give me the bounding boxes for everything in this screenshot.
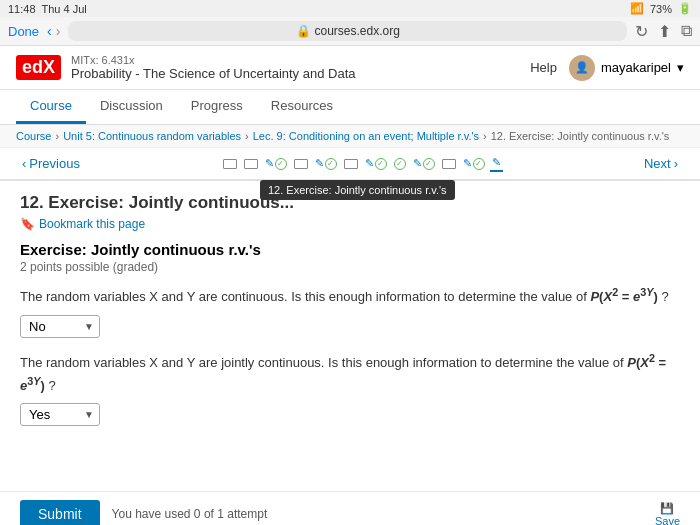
grid-icon-5: [442, 159, 456, 169]
help-link[interactable]: Help: [530, 60, 557, 75]
math-formula-1: P(X2 = e3Y): [590, 289, 661, 304]
answer-2-select[interactable]: Yes No: [20, 403, 100, 426]
check-icon: ✓: [275, 158, 287, 170]
nav-item-8[interactable]: ✓: [392, 157, 408, 171]
course-info: MITx: 6.431x Probability - The Science o…: [71, 54, 355, 81]
nav-item-7[interactable]: ✎ ✓: [363, 156, 389, 171]
tabs-icon[interactable]: ⧉: [681, 22, 692, 41]
sep3: ›: [483, 130, 487, 142]
next-arrow: ›: [674, 156, 678, 171]
pencil-icon: ✎: [265, 157, 274, 170]
edx-header: edX MITx: 6.431x Probability - The Scien…: [0, 46, 700, 90]
prev-arrow: ‹: [22, 156, 26, 171]
done-button[interactable]: Done: [8, 24, 39, 39]
grid-icon: [223, 159, 237, 169]
status-bar: 11:48 Thu 4 Jul 📶 73% 🔋: [0, 0, 700, 17]
nav-item-5[interactable]: ✎ ✓: [313, 156, 339, 171]
nav-item-11[interactable]: ✎ ✓: [461, 156, 487, 171]
nav-item-3[interactable]: ✎ ✓: [263, 156, 289, 171]
content-nav: ‹ Previous ✎ ✓ ✎ ✓ ✎ ✓ ✓: [0, 148, 700, 181]
nav-icons: ✎ ✓ ✎ ✓ ✎ ✓ ✓ ✎ ✓ ✎ ✓ ✎: [90, 155, 634, 172]
course-nav: Course Discussion Progress Resources: [0, 90, 700, 125]
time: 11:48: [8, 3, 36, 15]
nav-item-2[interactable]: [242, 158, 260, 170]
breadcrumb-course[interactable]: Course: [16, 130, 51, 142]
question-1: The random variables X and Y are continu…: [20, 284, 680, 307]
bookmark-link[interactable]: 🔖 Bookmark this page: [20, 217, 680, 231]
pencil-icon-active: ✎: [492, 156, 501, 169]
submit-area: Submit You have used 0 of 1 attempt 💾 Sa…: [0, 491, 700, 525]
answer-2-wrapper: Yes No ▼: [20, 403, 680, 426]
save-button[interactable]: 💾 Save: [655, 502, 680, 526]
tab-progress[interactable]: Progress: [177, 90, 257, 124]
answer-1-select[interactable]: No Yes: [20, 315, 100, 338]
nav-item-9[interactable]: ✎ ✓: [411, 156, 437, 171]
course-code: MITx: 6.431x: [71, 54, 355, 66]
grid-icon-3: [294, 159, 308, 169]
pencil-icon-4: ✎: [413, 157, 422, 170]
tab-discussion[interactable]: Discussion: [86, 90, 177, 124]
tab-course[interactable]: Course: [16, 90, 86, 124]
nav-item-12-active[interactable]: ✎: [490, 155, 503, 172]
lock-icon: 🔒: [296, 24, 311, 38]
dropdown-arrow: ▾: [677, 60, 684, 75]
pencil-icon-2: ✎: [315, 157, 324, 170]
check-icon-3: ✓: [375, 158, 387, 170]
breadcrumb: Course › Unit 5: Continuous random varia…: [0, 125, 700, 148]
breadcrumb-current: 12. Exercise: Jointly continuous r.v.'s: [491, 130, 670, 142]
grid-icon-4: [344, 159, 358, 169]
share-icon[interactable]: ⬆: [658, 22, 671, 41]
signal-icon: 📶: [630, 2, 644, 15]
tab-resources[interactable]: Resources: [257, 90, 347, 124]
nav-item-4[interactable]: [292, 158, 310, 170]
check-icon-5: ✓: [473, 158, 485, 170]
question-2: The random variables X and Y are jointly…: [20, 350, 680, 396]
nav-item-6[interactable]: [342, 158, 360, 170]
check-icon-4: ✓: [423, 158, 435, 170]
main-content: 12. Exercise: Jointly continuous... 🔖 Bo…: [0, 181, 700, 491]
breadcrumb-unit[interactable]: Unit 5: Continuous random variables: [63, 130, 241, 142]
bookmark-icon: 🔖: [20, 217, 35, 231]
nav-item-1[interactable]: [221, 158, 239, 170]
pencil-icon-3: ✎: [365, 157, 374, 170]
date: Thu 4 Jul: [42, 3, 87, 15]
forward-button[interactable]: ›: [56, 23, 61, 39]
battery-level: 73%: [650, 3, 672, 15]
browser-chrome: Done ‹ › 🔒 courses.edx.org ↻ ⬆ ⧉: [0, 17, 700, 46]
save-icon: 💾: [660, 502, 674, 515]
course-title: Probability - The Science of Uncertainty…: [71, 66, 355, 81]
breadcrumb-lec[interactable]: Lec. 9: Conditioning on an event; Multip…: [253, 130, 479, 142]
nav-tooltip: 12. Exercise: Jointly continuous r.v.'s: [260, 180, 455, 200]
sep2: ›: [245, 130, 249, 142]
username: mayakaripel: [601, 60, 671, 75]
previous-button[interactable]: ‹ Previous: [16, 154, 86, 173]
check-icon-2: ✓: [325, 158, 337, 170]
url-bar[interactable]: 🔒 courses.edx.org: [68, 21, 627, 41]
circle-check-icon: ✓: [394, 158, 406, 170]
answer-1-wrapper: No Yes ▼: [20, 315, 680, 338]
url-text: courses.edx.org: [315, 24, 400, 38]
points-info: 2 points possible (graded): [20, 260, 680, 274]
submit-button[interactable]: Submit: [20, 500, 100, 525]
user-menu[interactable]: 👤 mayakaripel ▾: [569, 55, 684, 81]
sep1: ›: [55, 130, 59, 142]
back-button[interactable]: ‹: [47, 23, 52, 39]
pencil-icon-5: ✎: [463, 157, 472, 170]
edx-logo[interactable]: edX: [16, 55, 61, 80]
next-button[interactable]: Next ›: [638, 154, 684, 173]
logo-area: edX MITx: 6.431x Probability - The Scien…: [16, 54, 355, 81]
refresh-icon[interactable]: ↻: [635, 22, 648, 41]
exercise-subtitle: Exercise: Jointly continuous r.v.'s: [20, 241, 680, 258]
grid-icon-2: [244, 159, 258, 169]
nav-item-10[interactable]: [440, 158, 458, 170]
attempt-info: You have used 0 of 1 attempt: [112, 507, 643, 521]
avatar: 👤: [569, 55, 595, 81]
battery-icon: 🔋: [678, 2, 692, 15]
header-right: Help 👤 mayakaripel ▾: [530, 55, 684, 81]
